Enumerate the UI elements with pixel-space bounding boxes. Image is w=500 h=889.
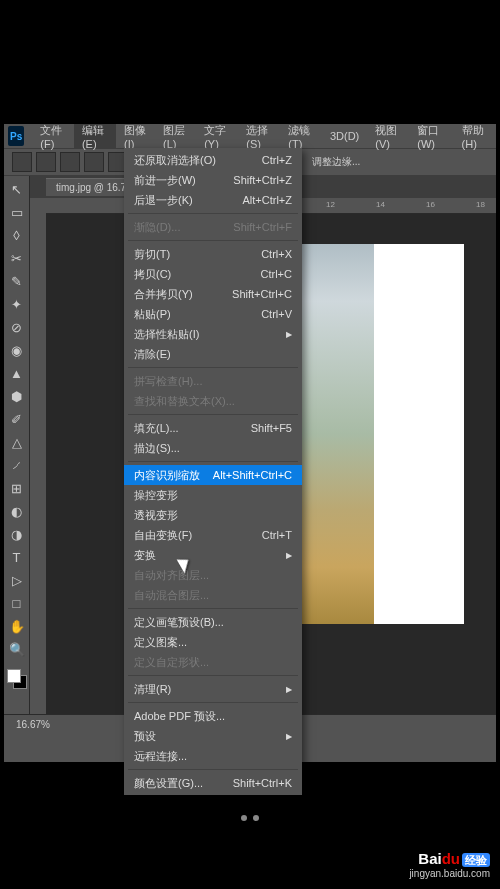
color-swatches[interactable] [7,669,27,689]
menu-item[interactable]: 操控变形 [124,485,302,505]
menu-item-label: 剪切(T) [134,247,170,262]
menu-视图[interactable]: 视图(V) [367,124,409,148]
menu-item[interactable]: 内容识别缩放Alt+Shift+Ctrl+C [124,465,302,485]
menu-item[interactable]: 清理(R)▶ [124,679,302,699]
menu-item-label: 还原取消选择(O) [134,153,216,168]
menu-item-shortcut: Alt+Shift+Ctrl+C [213,469,292,481]
tool-19[interactable]: ✋ [6,615,28,637]
menu-图层[interactable]: 图层(L) [155,124,196,148]
tool-0[interactable]: ↖ [6,178,28,200]
watermark: Baidu经验 jingyan.baidu.com [409,850,490,879]
menu-编辑[interactable]: 编辑(E) [74,124,116,148]
menu-滤镜[interactable]: 滤镜(T) [280,124,322,148]
opt-add-icon[interactable] [60,152,80,172]
menu-item[interactable]: 前进一步(W)Shift+Ctrl+Z [124,170,302,190]
menu-item[interactable]: 合并拷贝(Y)Shift+Ctrl+C [124,284,302,304]
tool-17[interactable]: ▷ [6,569,28,591]
tool-1[interactable]: ▭ [6,201,28,223]
opt-mode-icon[interactable] [36,152,56,172]
menu-3d[interactable]: 3D(D) [322,124,367,148]
menu-separator [128,769,298,770]
menu-item: 自动对齐图层... [124,565,302,585]
menu-item[interactable]: 远程连接... [124,746,302,766]
menu-item-shortcut: Ctrl+Z [262,154,292,166]
menu-item-label: 自动对齐图层... [134,568,209,583]
menu-item-label: 清除(E) [134,347,171,362]
tool-11[interactable]: △ [6,431,28,453]
menu-item-shortcut: Shift+F5 [251,422,292,434]
tool-6[interactable]: ⊘ [6,316,28,338]
menu-item[interactable]: 粘贴(P)Ctrl+V [124,304,302,324]
watermark-logo: Baidu经验 [409,850,490,868]
menu-item[interactable]: 透视变形 [124,505,302,525]
submenu-arrow-icon: ▶ [286,685,292,694]
tool-4[interactable]: ✎ [6,270,28,292]
menu-item[interactable]: 填充(L)...Shift+F5 [124,418,302,438]
tool-12[interactable]: ⟋ [6,454,28,476]
opt-sub-icon[interactable] [84,152,104,172]
tool-9[interactable]: ⬢ [6,385,28,407]
menu-item-label: 拷贝(C) [134,267,171,282]
tool-3[interactable]: ✂ [6,247,28,269]
menu-item[interactable]: 清除(E) [124,344,302,364]
menu-item[interactable]: 颜色设置(G)...Shift+Ctrl+K [124,773,302,793]
menu-separator [128,367,298,368]
menu-item[interactable]: 描边(S)... [124,438,302,458]
menu-separator [128,461,298,462]
edit-menu-dropdown: 还原取消选择(O)Ctrl+Z前进一步(W)Shift+Ctrl+Z后退一步(K… [124,148,302,795]
tool-18[interactable]: □ [6,592,28,614]
tool-13[interactable]: ⊞ [6,477,28,499]
menu-item[interactable]: 拷贝(C)Ctrl+C [124,264,302,284]
menu-item[interactable]: 定义图案... [124,632,302,652]
tool-10[interactable]: ✐ [6,408,28,430]
menu-separator [128,608,298,609]
tool-14[interactable]: ◐ [6,500,28,522]
menu-item-label: 颜色设置(G)... [134,776,203,791]
menu-item-label: 远程连接... [134,749,187,764]
menu-item-label: 填充(L)... [134,421,179,436]
menu-窗口[interactable]: 窗口(W) [409,124,453,148]
menu-item-shortcut: Alt+Ctrl+Z [242,194,292,206]
menu-item-label: 自由变换(F) [134,528,192,543]
menu-item-label: 查找和替换文本(X)... [134,394,235,409]
ruler-mark: 16 [426,200,435,209]
opt-marquee-icon[interactable] [12,152,32,172]
menu-separator [128,213,298,214]
tool-15[interactable]: ◑ [6,523,28,545]
tool-8[interactable]: ▲ [6,362,28,384]
menu-item[interactable]: 选择性粘贴(I)▶ [124,324,302,344]
menu-文字[interactable]: 文字(Y) [196,124,238,148]
menu-separator [128,240,298,241]
menu-item: 定义自定形状... [124,652,302,672]
menu-item[interactable]: 还原取消选择(O)Ctrl+Z [124,150,302,170]
menu-item-label: 内容识别缩放 [134,468,200,483]
tool-5[interactable]: ✦ [6,293,28,315]
menu-图像[interactable]: 图像(I) [116,124,155,148]
menu-帮助[interactable]: 帮助(H) [454,124,496,148]
menu-item-shortcut: Shift+Ctrl+C [232,288,292,300]
menu-item-shortcut: Shift+Ctrl+F [233,221,292,233]
submenu-arrow-icon: ▶ [286,330,292,339]
tool-7[interactable]: ◉ [6,339,28,361]
menubar: Ps 文件(F)编辑(E)图像(I)图层(L)文字(Y)选择(S)滤镜(T)3D… [4,124,496,148]
menu-item[interactable]: Adobe PDF 预设... [124,706,302,726]
menu-item[interactable]: 定义画笔预设(B)... [124,612,302,632]
app-window: Ps 文件(F)编辑(E)图像(I)图层(L)文字(Y)选择(S)滤镜(T)3D… [4,124,496,762]
menu-item[interactable]: 自由变换(F)Ctrl+T [124,525,302,545]
tool-16[interactable]: T [6,546,28,568]
menu-item[interactable]: 预设▶ [124,726,302,746]
menu-选择[interactable]: 选择(S) [238,124,280,148]
refine-edge-button[interactable]: 调整边缘... [312,155,360,169]
dot [253,815,259,821]
toolbar: ↖▭◊✂✎✦⊘◉▲⬢✐△⟋⊞◐◑T▷□✋🔍 [4,176,30,714]
submenu-arrow-icon: ▶ [286,551,292,560]
menu-item[interactable]: 变换▶ [124,545,302,565]
ps-logo: Ps [8,126,24,146]
tool-20[interactable]: 🔍 [6,638,28,660]
zoom-level[interactable]: 16.67% [4,719,62,730]
menu-item[interactable]: 后退一步(K)Alt+Ctrl+Z [124,190,302,210]
menu-item[interactable]: 剪切(T)Ctrl+X [124,244,302,264]
menu-item-label: 合并拷贝(Y) [134,287,193,302]
tool-2[interactable]: ◊ [6,224,28,246]
menu-文件[interactable]: 文件(F) [32,124,74,148]
